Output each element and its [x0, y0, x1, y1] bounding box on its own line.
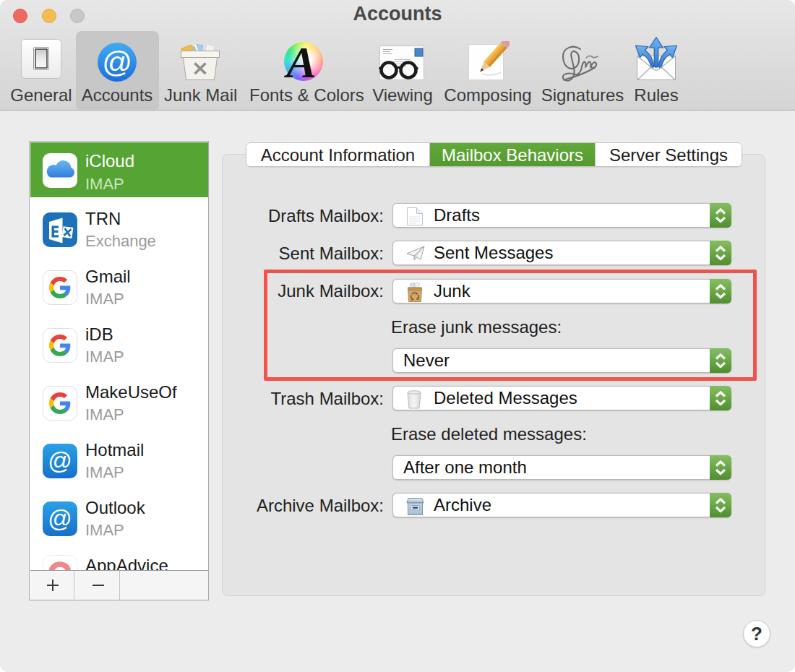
svg-text:@: @: [102, 46, 132, 79]
